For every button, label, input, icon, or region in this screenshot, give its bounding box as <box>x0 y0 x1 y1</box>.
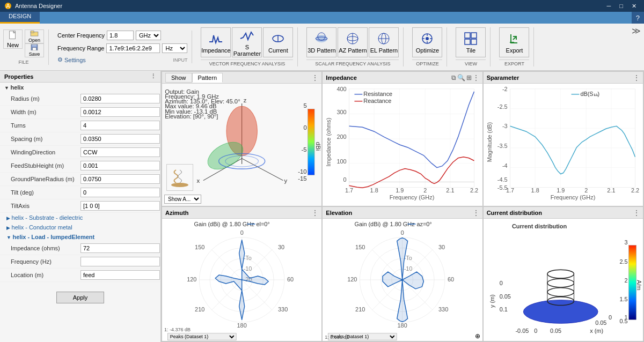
azimuth-peaks-select[interactable]: Peaks (Dataset 1) <box>167 333 237 340</box>
frequency-hz-input[interactable] <box>80 257 160 266</box>
svg-text:210: 210 <box>195 306 204 313</box>
radius-input[interactable] <box>80 94 160 103</box>
svg-text:60: 60 <box>448 276 454 282</box>
svg-text:Resistance: Resistance <box>364 91 393 97</box>
pattern3d-button[interactable]: 3D Pattern <box>306 27 336 57</box>
az-button[interactable]: AZ Pattern <box>338 27 368 57</box>
freq-range-unit[interactable]: HzMHzGHz <box>162 43 187 53</box>
radius-label: Radius (m) <box>11 95 80 102</box>
tiltaxis-label: TiltAxis <box>11 203 80 209</box>
impedance-button[interactable]: Impedance <box>201 27 231 57</box>
impedance-menu-button[interactable]: ⋮ <box>473 74 479 81</box>
tiltaxis-input[interactable] <box>80 201 160 211</box>
current-button[interactable]: Current <box>263 27 293 57</box>
substrate-label: helix - Substrate - dielectric <box>12 214 83 221</box>
svg-rect-7 <box>33 47 36 50</box>
design-tab[interactable]: DESIGN <box>0 12 40 24</box>
pattern-tab[interactable]: Pattern <box>192 73 223 83</box>
spacing-row: Spacing (m) <box>0 132 160 146</box>
load-group[interactable]: helix - Load - lumpedElement <box>0 232 160 242</box>
tilt-input[interactable] <box>80 188 160 197</box>
location-input[interactable] <box>80 270 160 280</box>
help-button[interactable]: ? <box>632 12 644 24</box>
svg-text:-4: -4 <box>502 162 508 169</box>
svg-text:330: 330 <box>438 306 448 313</box>
svg-text:60: 60 <box>287 276 294 282</box>
el-button[interactable]: EL Pattern <box>369 27 399 57</box>
elevation-zoom-out-button[interactable]: ⊕ <box>475 332 480 340</box>
azimuth-menu-button[interactable]: ⋮ <box>312 209 318 217</box>
pattern-menu-button[interactable]: ⋮ <box>312 74 318 81</box>
center-freq-unit[interactable]: GHzMHzHz <box>136 31 161 40</box>
apply-button[interactable]: Apply <box>56 292 105 303</box>
svg-text:Frequency (GHz): Frequency (GHz) <box>550 194 595 200</box>
close-button[interactable]: ✕ <box>628 3 640 10</box>
svg-text:Impedance (ohms): Impedance (ohms) <box>325 118 332 167</box>
show-tab[interactable]: Show <box>165 73 192 83</box>
elevation-svg: Gain (dBi) @ 1.80 GHz az=0° 0 60 <box>323 219 482 341</box>
svg-text:2.1: 2.1 <box>447 187 455 194</box>
svg-text:120: 120 <box>187 276 196 282</box>
svg-text:0.05: 0.05 <box>550 328 561 334</box>
svg-text:Magnitude (dB): Magnitude (dB) <box>486 122 493 162</box>
freq-range-input[interactable] <box>106 43 160 53</box>
tile-button[interactable]: Tile <box>456 27 486 57</box>
location-label: Location (m) <box>11 272 80 278</box>
groundplane-input[interactable] <box>80 174 160 184</box>
show-antenna-select[interactable]: Show A... <box>164 195 201 204</box>
toolbar-expand-button[interactable]: ≫ <box>632 26 641 36</box>
open-save-group: Open Save <box>25 29 44 57</box>
spacing-input[interactable] <box>80 134 160 144</box>
tilt-row: Tilt (deg) <box>0 186 160 199</box>
title-bar-controls: ─ □ ✕ <box>604 3 640 10</box>
current-icon <box>270 31 286 46</box>
width-input[interactable] <box>80 107 160 117</box>
svg-text:-2: -2 <box>502 86 508 92</box>
feedstub-input[interactable] <box>80 161 160 170</box>
load-label: helix - Load - lumpedElement <box>12 234 94 240</box>
svg-text:y: y <box>284 177 288 184</box>
impedance-zoom-button[interactable]: 🔍 <box>457 74 465 81</box>
frequency-hz-label: Frequency (Hz) <box>11 258 80 265</box>
sparam-label: S Parameter <box>232 44 261 57</box>
conductor-group[interactable]: helix - Conductor metal <box>0 222 160 232</box>
sparameter-menu-button[interactable]: ⋮ <box>633 74 640 81</box>
save-button[interactable]: Save <box>25 43 44 57</box>
optimize-button[interactable]: Optimize <box>412 27 442 57</box>
winding-input[interactable] <box>80 147 160 157</box>
properties-menu-button[interactable]: ⋮ <box>150 73 156 80</box>
center-freq-input[interactable] <box>107 31 134 40</box>
turns-row: Turns <box>0 119 160 132</box>
svg-rect-163 <box>628 246 636 320</box>
export-label: Export <box>506 47 523 54</box>
tile-icon <box>463 31 478 46</box>
export-button[interactable]: Export <box>499 27 529 57</box>
svg-text:Frequency (GHz): Frequency (GHz) <box>390 194 435 200</box>
sparam-button[interactable]: S Parameter <box>232 27 262 57</box>
svg-text:x (m): x (m) <box>590 328 603 334</box>
turns-input[interactable] <box>80 121 160 130</box>
svg-text:1.8: 1.8 <box>531 187 539 194</box>
helix-label: helix <box>10 84 24 91</box>
impedance-fit-button[interactable]: ⊞ <box>466 74 472 81</box>
substrate-group[interactable]: helix - Substrate - dielectric <box>0 213 160 222</box>
impedance-copy-button[interactable]: ⧉ <box>451 74 456 81</box>
app-icon: A <box>4 2 12 10</box>
new-button[interactable]: New <box>3 29 23 49</box>
helix-group[interactable]: ▼ helix <box>0 83 160 92</box>
impedance-ohms-input[interactable] <box>80 243 160 253</box>
open-button[interactable]: Open <box>25 29 44 43</box>
sparam-icon <box>239 28 254 43</box>
svg-point-11 <box>316 35 327 42</box>
current-menu-button[interactable]: ⋮ <box>633 209 640 217</box>
svg-point-159 <box>547 279 574 287</box>
settings-button[interactable]: ⚙ Settings <box>57 56 86 63</box>
elevation-menu-button[interactable]: ⋮ <box>473 209 479 217</box>
svg-text:180: 180 <box>398 322 407 329</box>
app-title: Antenna Designer <box>15 3 62 9</box>
minimize-button[interactable]: ─ <box>604 3 614 10</box>
maximize-button[interactable]: □ <box>616 3 626 10</box>
svg-text:2.1: 2.1 <box>607 187 615 194</box>
azimuth-svg: Gain (dBi) @ 1.80 GHz el=0° <box>162 219 321 341</box>
svg-text:-5: -5 <box>302 146 307 153</box>
